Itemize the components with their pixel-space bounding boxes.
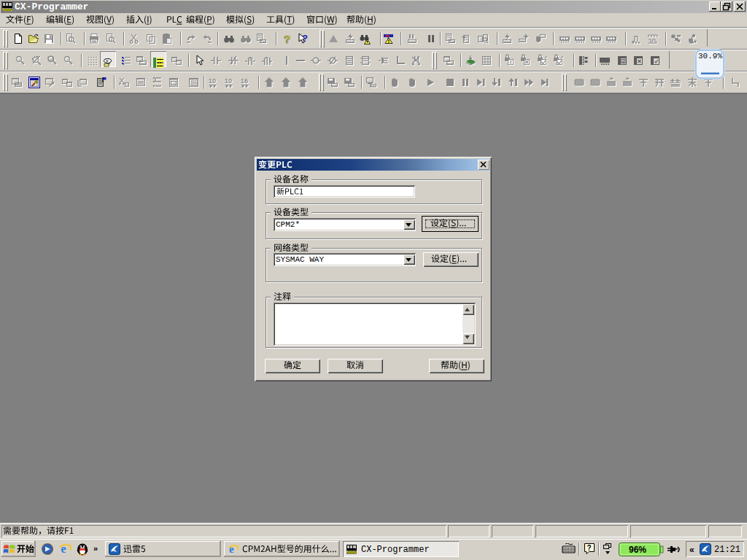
svg-text:10: 10 [225, 77, 232, 85]
svg-text:w: w [106, 58, 109, 63]
svg-text:z: z [622, 59, 624, 63]
svg-text:10: 10 [209, 77, 216, 85]
svg-text:?: ? [302, 33, 308, 44]
svg-text:?: ? [284, 33, 290, 45]
svg-text:002: 002 [193, 83, 198, 87]
svg-text:16: 16 [241, 77, 248, 85]
